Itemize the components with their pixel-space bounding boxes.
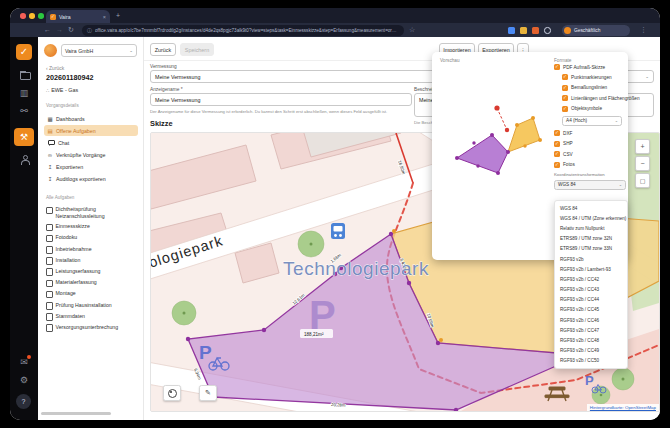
maximize-window-button[interactable] [38, 13, 44, 19]
sidebar-item-chat[interactable]: Chat [44, 137, 138, 148]
extension-icon[interactable] [520, 27, 527, 34]
sidebar-item-dashboards[interactable]: ▦Dashboards [44, 113, 138, 124]
format-suboption[interactable]: ✓ Bemaßungslinien [562, 85, 626, 91]
workflows-icon[interactable]: ⚯ [10, 106, 38, 116]
checkbox-checked[interactable]: ✓ [554, 151, 560, 157]
checkbox-checked[interactable]: ✓ [562, 95, 568, 101]
bookmark-star-icon[interactable]: ☆ [409, 26, 415, 34]
draw-button[interactable]: ✎ [199, 385, 217, 401]
display-name-input[interactable]: Meine Vermessung [150, 93, 412, 106]
zoom-out-button[interactable]: − [635, 156, 650, 171]
dashboard-grid-icon[interactable]: ▥ [10, 88, 38, 98]
transform-option[interactable]: WGS 84 / UTM (Zone erkennen) [555, 213, 627, 223]
transform-option[interactable]: RGF93 v2b / CC43 [555, 285, 627, 295]
save-button[interactable]: Speichern [180, 43, 214, 56]
document-icon [46, 246, 53, 254]
transform-option[interactable]: RGF93 v2b / CC42 [555, 274, 627, 284]
projects-folder-icon[interactable] [20, 72, 31, 80]
extension-icon[interactable] [544, 27, 551, 34]
address-bar[interactable]: ⓘ office.vaira.app/o/c7be7mnmbf7rdrodtlg… [82, 25, 404, 36]
task-list-item[interactable]: Stammdaten [44, 313, 140, 321]
sidebar-scrollbar[interactable] [41, 412, 111, 415]
browser-menu-icon[interactable]: ⋮ [640, 26, 647, 34]
org-select[interactable]: Vaira GmbH ⌄ [61, 44, 137, 57]
task-list-item[interactable]: Einmessskizze [44, 223, 140, 231]
transform-option[interactable]: RGF93 v2b / CC47 [555, 325, 627, 335]
format-option[interactable]: ✓ DXF [554, 130, 626, 136]
new-tab-button[interactable]: + [116, 12, 120, 19]
checkbox-checked[interactable]: ✓ [562, 106, 568, 112]
case-sidebar: Vaira GmbH ⌄ ‹ Zurück 202601180942 ∴EWE … [38, 37, 144, 420]
browser-tab[interactable]: ✓ Vaira × [46, 10, 110, 23]
task-list-item[interactable]: Inbetriebnahme [44, 246, 140, 254]
formats-label: Formate [554, 58, 571, 63]
extension-icon[interactable] [508, 27, 515, 34]
contacts-icon[interactable] [20, 155, 29, 164]
site-info-icon[interactable]: ⓘ [87, 27, 92, 33]
locate-button[interactable] [163, 385, 181, 401]
task-list-item[interactable]: Materialerfassung [44, 279, 140, 287]
transform-select[interactable]: WGS 84⌄ [554, 180, 626, 190]
sidebar-item-exportieren[interactable]: ↥Exportieren [44, 161, 138, 172]
fullscreen-button[interactable]: ▢ [635, 173, 650, 188]
format-option[interactable]: ✓ SHP [554, 141, 626, 147]
extension-icon[interactable] [532, 27, 539, 34]
paper-size-select[interactable]: A4 (Hoch)⌄ [562, 116, 622, 126]
task-list-item[interactable]: Fotodoku [44, 234, 140, 242]
edge-length-label: 20,28m [331, 402, 346, 408]
vaira-logo-icon[interactable]: ✓ [16, 44, 32, 60]
checkbox-checked[interactable]: ✓ [562, 85, 568, 91]
format-option[interactable]: ✓ CSV [554, 151, 626, 157]
back-button[interactable]: Zurück [150, 43, 176, 56]
transform-option[interactable]: ETRS89 / UTM zone 32N [555, 234, 627, 244]
gear-icon[interactable]: ⚙ [10, 375, 38, 385]
checkbox-checked[interactable]: ✓ [554, 64, 560, 70]
document-icon [46, 313, 53, 321]
format-suboption[interactable]: ✓ Objektsymbole [562, 106, 626, 112]
sidebar-item-offene-aufgaben[interactable]: ▤Offene Aufgaben [44, 125, 138, 136]
sidebar-item-auditlogs[interactable]: ↧Auditlogs exportieren [44, 173, 138, 184]
close-window-button[interactable] [20, 13, 26, 19]
svg-text:P: P [585, 373, 594, 388]
browser-profile-chip[interactable]: Geschäftlich [562, 25, 630, 36]
format-option[interactable]: ✓ Fotos [554, 162, 626, 168]
transform-option[interactable]: RGF93 v2b / CC48 [555, 335, 627, 345]
format-suboption[interactable]: ✓ Punktmarkierungen [562, 74, 626, 80]
checkbox-checked[interactable]: ✓ [554, 130, 560, 136]
transform-option[interactable]: RGF93 v2b / CC44 [555, 295, 627, 305]
transform-option[interactable]: RGF93 v2b / CC46 [555, 315, 627, 325]
transform-option[interactable]: RGF93 v2b / CC50 [555, 356, 627, 366]
checkbox-checked[interactable]: ✓ [554, 162, 560, 168]
format-suboption[interactable]: ✓ Linienlängen und Flächengrößen [562, 95, 626, 101]
format-option-pdf[interactable]: ✓ PDF Aufmaß-Skizze [554, 64, 626, 70]
transform-option[interactable]: RGF93 v2b [555, 254, 627, 264]
task-list-item[interactable]: Montage [44, 290, 140, 298]
inbox-icon[interactable]: ✉ [10, 357, 38, 367]
map-attribution[interactable]: Hintergrundkarte: OpenStreetMap [587, 404, 659, 411]
back-nav-icon[interactable]: ← [44, 26, 51, 33]
transform-option[interactable]: Relativ zum Nullpunkt [555, 223, 627, 233]
checkbox-checked[interactable]: ✓ [562, 74, 568, 80]
task-list-item[interactable]: Versorgungsunterbrechung [44, 324, 140, 332]
transform-option[interactable]: RGF93 v2b / Lambert-93 [555, 264, 627, 274]
close-tab-icon[interactable]: × [103, 14, 106, 20]
back-link[interactable]: ‹ Zurück [46, 65, 64, 71]
org-avatar[interactable] [44, 44, 57, 57]
checkbox-checked[interactable]: ✓ [554, 141, 560, 147]
sidebar-item-verknuepfte-vorgaenge[interactable]: ∞Verknüpfte Vorgänge [44, 149, 138, 160]
export-icon: ↥ [46, 164, 54, 170]
transform-option[interactable]: WGS 84 [555, 203, 627, 213]
zoom-in-button[interactable]: + [635, 139, 650, 154]
forward-nav-icon[interactable]: → [56, 26, 63, 33]
help-icon[interactable]: ? [16, 394, 31, 409]
task-list-item[interactable]: Dichtheitsprüfung Netzanschlussleitung [44, 206, 140, 220]
transform-option[interactable]: RGF93 v2b / CC45 [555, 305, 627, 315]
minimize-window-button[interactable] [29, 13, 35, 19]
task-list-item[interactable]: Prüfung Hausinstallation [44, 302, 140, 310]
tasks-active-icon[interactable]: ⚒ [14, 128, 34, 146]
transform-option[interactable]: ETRS89 / UTM zone 33N [555, 244, 627, 254]
task-list-item[interactable]: Leistungserfassung [44, 268, 140, 276]
transform-option[interactable]: RGF93 v2b / CC49 [555, 346, 627, 356]
reload-icon[interactable]: ↻ [68, 26, 74, 34]
task-list-item[interactable]: Installation [44, 257, 140, 265]
